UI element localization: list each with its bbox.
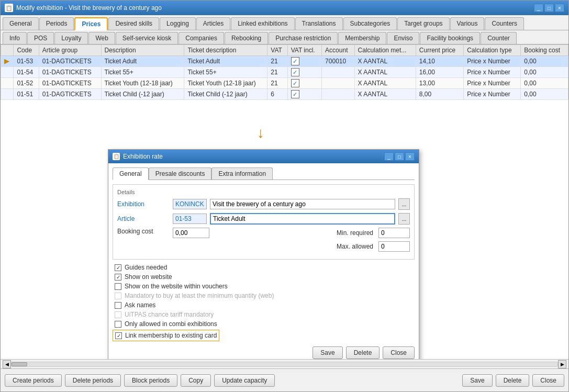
show-website-checkbox[interactable]: [115, 274, 121, 281]
tab-purchase-restriction[interactable]: Purchase restriction: [269, 32, 338, 44]
dialog-close-button[interactable]: Close: [383, 346, 415, 359]
tab-loyalty[interactable]: Loyalty: [54, 32, 88, 44]
tab-info[interactable]: Info: [3, 32, 27, 44]
article-code-input[interactable]: [173, 214, 207, 224]
connector-arrow: ↓: [257, 126, 264, 140]
dialog-tab-extra[interactable]: Extra information: [211, 167, 273, 180]
row-ticket-desc: Ticket Youth (12-18 jaar): [184, 78, 267, 89]
dialog-maximize-button[interactable]: □: [395, 152, 404, 161]
row-code: 01-53: [14, 56, 39, 67]
dialog-tab-general[interactable]: General: [113, 167, 149, 180]
combi-checkbox[interactable]: [115, 321, 121, 328]
row-account: 700010: [322, 56, 355, 67]
col-header-ticket-description: Ticket description: [184, 45, 267, 56]
dialog-icon: 📋: [113, 153, 120, 160]
row-code: 01-51: [14, 89, 39, 100]
tab-self-service-kiosk[interactable]: Self-service kiosk: [116, 32, 178, 44]
tab-counters[interactable]: Counters: [485, 17, 524, 30]
dialog-delete-button[interactable]: Delete: [346, 346, 380, 359]
scroll-left-button[interactable]: ◀: [3, 360, 11, 368]
show-vouchers-checkbox[interactable]: [115, 283, 121, 290]
horizontal-scrollbar[interactable]: ◀ ▶: [1, 359, 568, 368]
row-account: [322, 78, 355, 89]
row-calc-type: Price x Number: [464, 56, 521, 67]
row-description: Ticket Adult: [101, 56, 184, 67]
dialog-close-title-button[interactable]: ×: [405, 152, 415, 161]
uitpas-checkbox[interactable]: [115, 311, 121, 318]
save-bottom-button[interactable]: Save: [462, 374, 492, 387]
mandatory-min-checkbox[interactable]: [115, 293, 121, 299]
row-article-group: 01-DAGTICKETS: [39, 67, 101, 78]
dialog-save-button[interactable]: Save: [313, 346, 342, 359]
tab-logging[interactable]: Logging: [160, 17, 196, 30]
table-row[interactable]: ▶ 01-53 01-DAGTICKETS Ticket Adult Ticke…: [1, 56, 568, 67]
tab-web[interactable]: Web: [88, 32, 115, 44]
minimize-button[interactable]: _: [534, 4, 543, 12]
tab-subcategories[interactable]: Subcategories: [343, 17, 397, 30]
ask-names-checkbox[interactable]: [115, 302, 121, 309]
row-ticket-desc: Ticket Adult: [184, 56, 267, 67]
delete-bottom-button[interactable]: Delete: [496, 374, 530, 387]
link-membership-checkbox[interactable]: [115, 332, 122, 339]
table-row[interactable]: 01-52 01-DAGTICKETS Ticket Youth (12-18 …: [1, 78, 568, 89]
tab-pos[interactable]: POS: [27, 32, 54, 44]
row-vat: 6: [267, 89, 287, 100]
table-row[interactable]: 01-51 01-DAGTICKETS Ticket Child (-12 ja…: [1, 89, 568, 100]
close-bottom-button[interactable]: Close: [532, 374, 564, 387]
guides-needed-checkbox[interactable]: [115, 264, 121, 271]
close-window-button[interactable]: ×: [555, 4, 564, 12]
row-account: [322, 67, 355, 78]
scroll-track[interactable]: [11, 362, 558, 367]
vat-incl-checkbox: [291, 57, 299, 65]
dialog-tab-presale[interactable]: Presale discounts: [149, 167, 212, 180]
tab-counter[interactable]: Counter: [481, 32, 517, 44]
block-periods-button[interactable]: Block periods: [124, 374, 177, 387]
tab-membership[interactable]: Membership: [338, 32, 386, 44]
tab-rebooking[interactable]: Rebooking: [225, 32, 268, 44]
exhibition-code-input[interactable]: [173, 199, 207, 209]
create-periods-button[interactable]: Create periods: [5, 374, 62, 387]
booking-cost-input[interactable]: [173, 228, 209, 238]
row-ticket-desc: Ticket Child (-12 jaar): [184, 89, 267, 100]
dialog-button-row: Save Delete Close: [113, 343, 415, 359]
title-bar-controls: _ □ ×: [534, 4, 564, 12]
col-header-calc-method: Calculation met...: [354, 45, 416, 56]
tab-articles[interactable]: Articles: [196, 17, 230, 30]
scroll-thumb[interactable]: [12, 362, 27, 366]
tab-periods[interactable]: Periods: [39, 17, 74, 30]
row-code: 01-52: [14, 78, 39, 89]
link-membership-row: Link membership to existing card: [113, 330, 219, 341]
tab-facility-bookings[interactable]: Facility bookings: [420, 32, 480, 44]
copy-button[interactable]: Copy: [181, 374, 211, 387]
maximize-button[interactable]: □: [544, 4, 554, 12]
delete-periods-button[interactable]: Delete periods: [65, 374, 121, 387]
article-name-input[interactable]: [210, 213, 395, 225]
exhibition-name-input[interactable]: [210, 199, 395, 209]
combi-label: Only allowed in combi exhibitions: [125, 320, 217, 328]
exhibition-browse-button[interactable]: ...: [398, 198, 410, 210]
col-header-booking-cost: Booking cost: [521, 45, 568, 56]
update-capacity-button[interactable]: Update capacity: [214, 374, 275, 387]
tab-prices[interactable]: Prices: [74, 17, 108, 30]
tab-linked-exhibitions[interactable]: Linked exhibitions: [231, 17, 294, 30]
table-row[interactable]: 01-54 01-DAGTICKETS Ticket 55+ Ticket 55…: [1, 67, 568, 78]
tab-translations[interactable]: Translations: [295, 17, 343, 30]
table-container[interactable]: Code Article group Description Ticket de…: [1, 44, 568, 100]
exhibition-label: Exhibition: [117, 200, 170, 208]
tab-various[interactable]: Various: [450, 17, 485, 30]
dialog-minimize-button[interactable]: _: [384, 152, 394, 161]
tab-desired-skills[interactable]: Desired skills: [108, 17, 159, 30]
tab-general[interactable]: General: [3, 17, 39, 30]
tab-enviso[interactable]: Enviso: [387, 32, 419, 44]
row-arrow-cell: [1, 67, 14, 78]
max-allowed-input[interactable]: [378, 241, 410, 252]
guides-needed-row: Guides needed: [113, 264, 415, 271]
tab-companies[interactable]: Companies: [178, 32, 224, 44]
article-browse-button[interactable]: ...: [398, 213, 410, 225]
vat-incl-checkbox: [291, 79, 299, 87]
dialog-title-text: Exhibition rate: [123, 153, 163, 160]
min-required-input[interactable]: [378, 228, 410, 238]
scroll-right-button[interactable]: ▶: [558, 360, 566, 368]
tab-target-groups[interactable]: Target groups: [397, 17, 449, 30]
col-header-calc-type: Calculation type: [464, 45, 521, 56]
